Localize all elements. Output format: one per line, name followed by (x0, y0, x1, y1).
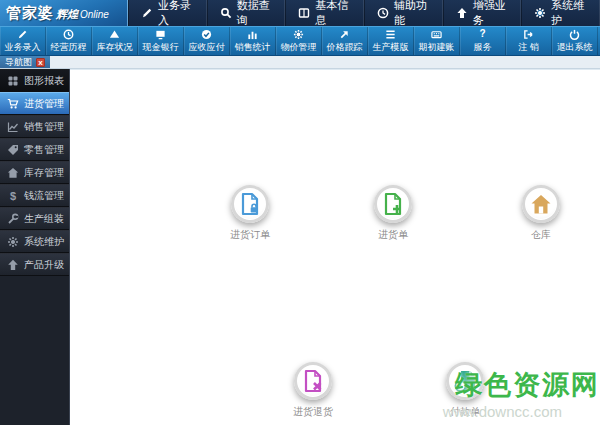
sidebar-item-product-upgrade[interactable]: 产品升级 (0, 253, 69, 276)
tab-label: 导航图 (5, 56, 32, 69)
purchase-receipt-icon (374, 185, 412, 223)
menu-label: 基本信息 (315, 0, 351, 28)
bar-chart-icon (247, 29, 258, 40)
menu-label: 数据查询 (237, 0, 273, 28)
toolbar-production-template[interactable]: 生产模版 (368, 27, 414, 55)
menu-label: 增强业务 (473, 0, 509, 28)
wrench-icon (7, 213, 19, 225)
home-icon (7, 167, 19, 179)
shortcut-label: 进货单 (378, 228, 408, 242)
brand-name: 管家婆 (6, 4, 54, 23)
toolbar-inventory-status[interactable]: 库存状况 (92, 27, 138, 55)
toolbar-label: 销售统计 (235, 41, 271, 54)
keyboard-icon (431, 29, 442, 40)
sidebar-item-label: 图形报表 (24, 74, 64, 88)
menu-enhanced-business[interactable]: 增强业务 (443, 0, 522, 26)
toolbar-business-history[interactable]: 经营历程 (46, 27, 92, 55)
toolbar-label: 应收应付 (189, 41, 225, 54)
toolbar-label: 经营历程 (51, 41, 87, 54)
toolbar-label: 生产模版 (373, 41, 409, 54)
toolbar-label: 退出系统 (557, 41, 593, 54)
app-window: 管家婆 辉煌 Online 业务录入 数据查询 基本信息 辅助功能 (0, 0, 600, 425)
shortcut-label: 进货退货 (293, 405, 333, 419)
toolbar-label: 现金银行 (143, 41, 179, 54)
toolbar-exit-system[interactable]: 退出系统 (552, 27, 598, 55)
arrow-up-icon (456, 7, 468, 19)
toolbar-label: 价格跟踪 (327, 41, 363, 54)
search-icon (220, 7, 232, 19)
shortcut-label: 进货订单 (230, 228, 270, 242)
sidebar-item-label: 进货管理 (24, 97, 64, 111)
logout-icon (523, 29, 534, 40)
shortcut-purchase-receipt[interactable]: 进货单 (348, 185, 438, 242)
gear-icon (7, 236, 19, 248)
sidebar-item-retail-management[interactable]: 零售管理 (0, 138, 69, 161)
toolbar-sales-statistics[interactable]: 销售统计 (230, 27, 276, 55)
power-icon (569, 29, 580, 40)
menu-data-query[interactable]: 数据查询 (207, 0, 286, 26)
shortcut-label: 仓库 (531, 228, 551, 242)
tag-icon (7, 144, 19, 156)
toolbar-label: 期初建账 (419, 41, 455, 54)
toolbar-service[interactable]: ? 服务 (460, 27, 506, 55)
toolbar-label: 注 销 (518, 41, 539, 54)
watermark: 绿色资源网 www.downcc.com (443, 367, 600, 420)
shortcut-purchase-return[interactable]: 进货退货 (268, 362, 358, 419)
sidebar-item-label: 系统维护 (24, 235, 64, 249)
menu-system-maintenance[interactable]: 系统维护 (521, 0, 600, 26)
menu-business-entry[interactable]: 业务录入 (128, 0, 207, 26)
sidebar-item-cashflow-management[interactable]: $ 钱流管理 (0, 184, 69, 207)
menu-basic-info[interactable]: 基本信息 (285, 0, 364, 26)
menu-label: 辅助功能 (394, 0, 430, 28)
sidebar-item-label: 销售管理 (24, 120, 64, 134)
purchase-order-icon (231, 185, 269, 223)
app-logo: 管家婆 辉煌 Online (0, 0, 128, 26)
toolbar-label: 物价管理 (281, 41, 317, 54)
sidebar-item-label: 钱流管理 (24, 189, 64, 203)
watermark-site-url: www.downcc.com (443, 403, 562, 420)
toolbar-receivable-payable[interactable]: 应收应付 (184, 27, 230, 55)
gear-icon (534, 7, 546, 19)
top-bar: 管家婆 辉煌 Online 业务录入 数据查询 基本信息 辅助功能 (0, 0, 600, 26)
sidebar-item-graph-reports[interactable]: 图形报表 (0, 69, 69, 92)
monitor-icon (155, 29, 166, 40)
toolbar-cash-bank[interactable]: 现金银行 (138, 27, 184, 55)
sidebar-item-sales-management[interactable]: 销售管理 (0, 115, 69, 138)
sidebar-item-label: 产品升级 (24, 258, 64, 272)
toolbar-label: 服务 (474, 41, 492, 54)
toolbar-price-management[interactable]: 物价管理 (276, 27, 322, 55)
purchase-return-icon (294, 362, 332, 400)
top-menu: 业务录入 数据查询 基本信息 辅助功能 增强业务 系统维护 (128, 0, 600, 26)
line-chart-icon (7, 121, 19, 133)
shortcut-warehouse[interactable]: 仓库 (496, 185, 586, 242)
gear-icon (293, 29, 304, 40)
content-area: 图形报表 进货管理 销售管理 零售管理 库存管理 $ 钱流管理 (0, 69, 600, 425)
sidebar-item-label: 零售管理 (24, 143, 64, 157)
check-circle-icon (201, 29, 212, 40)
sidebar-item-production-assembly[interactable]: 生产组装 (0, 207, 69, 230)
tab-close-icon[interactable]: x (36, 58, 45, 67)
list-icon (385, 29, 396, 40)
toolbar: 业务录入 经营历程 库存状况 现金银行 应收应付 销售统计 物价管理 价格跟踪 (0, 26, 600, 56)
question-icon: ? (479, 29, 485, 40)
toolbar-logout[interactable]: 注 销 (506, 27, 552, 55)
sidebar-item-inventory-management[interactable]: 库存管理 (0, 161, 69, 184)
menu-aux-functions[interactable]: 辅助功能 (364, 0, 443, 26)
grid-icon (7, 75, 19, 87)
sidebar-item-label: 生产组装 (24, 212, 64, 226)
tab-bar: 导航图 x (0, 56, 600, 69)
toolbar-business-entry[interactable]: 业务录入 (0, 27, 46, 55)
triangle-up-icon (109, 29, 120, 40)
menu-label: 系统维护 (551, 0, 587, 28)
toolbar-label: 库存状况 (97, 41, 133, 54)
toolbar-opening-accounts[interactable]: 期初建账 (414, 27, 460, 55)
sidebar-item-purchase-management[interactable]: 进货管理 (0, 92, 69, 115)
tab-navigation-map[interactable]: 导航图 x (0, 56, 50, 68)
arrow-up-right-icon (339, 29, 350, 40)
brand-edition: 辉煌 (56, 7, 78, 22)
pencil-icon (17, 29, 28, 40)
toolbar-price-tracking[interactable]: 价格跟踪 (322, 27, 368, 55)
sidebar: 图形报表 进货管理 销售管理 零售管理 库存管理 $ 钱流管理 (0, 69, 70, 425)
sidebar-item-system-maintenance[interactable]: 系统维护 (0, 230, 69, 253)
shortcut-purchase-order[interactable]: 进货订单 (205, 185, 295, 242)
